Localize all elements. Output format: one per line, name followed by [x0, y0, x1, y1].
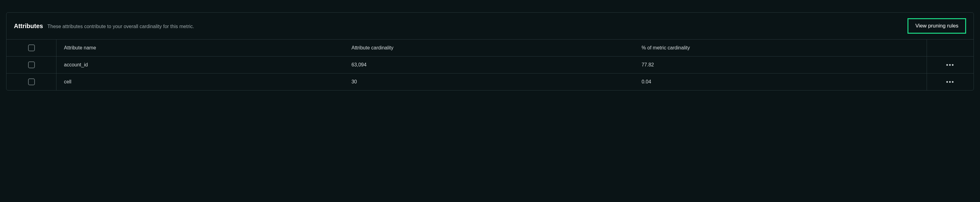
cell-attribute-percent: 0.04 — [636, 74, 927, 90]
panel-title: Attributes — [14, 22, 43, 30]
header-left: Attributes These attributes contribute t… — [14, 22, 194, 30]
attributes-table: Attribute name Attribute cardinality % o… — [6, 40, 974, 90]
select-all-checkbox[interactable] — [28, 45, 35, 51]
row-actions-cell: ••• — [927, 56, 974, 74]
cell-attribute-cardinality: 30 — [347, 74, 636, 90]
panel-header: Attributes These attributes contribute t… — [6, 13, 974, 40]
ellipsis-icon[interactable]: ••• — [946, 79, 955, 85]
col-header-actions — [927, 40, 974, 56]
cell-attribute-name: cell — [56, 74, 347, 90]
cell-attribute-name: account_id — [56, 56, 347, 74]
ellipsis-icon[interactable]: ••• — [946, 62, 955, 68]
row-select-cell — [6, 74, 56, 90]
table-header-row: Attribute name Attribute cardinality % o… — [6, 40, 974, 56]
row-checkbox[interactable] — [28, 61, 35, 68]
cell-attribute-percent: 77.82 — [636, 56, 927, 74]
select-all-cell — [6, 40, 56, 56]
table-row: account_id 63,094 77.82 ••• — [6, 56, 974, 74]
table-row: cell 30 0.04 ••• — [6, 74, 974, 90]
view-pruning-rules-button[interactable]: View pruning rules — [907, 18, 966, 34]
row-checkbox[interactable] — [28, 79, 35, 85]
col-header-name: Attribute name — [56, 40, 347, 56]
row-select-cell — [6, 56, 56, 74]
col-header-cardinality: Attribute cardinality — [347, 40, 636, 56]
row-actions-cell: ••• — [927, 74, 974, 90]
attributes-panel: Attributes These attributes contribute t… — [6, 12, 974, 90]
panel-subtitle: These attributes contribute to your over… — [47, 24, 194, 29]
col-header-percent: % of metric cardinality — [636, 40, 927, 56]
cell-attribute-cardinality: 63,094 — [347, 56, 636, 74]
